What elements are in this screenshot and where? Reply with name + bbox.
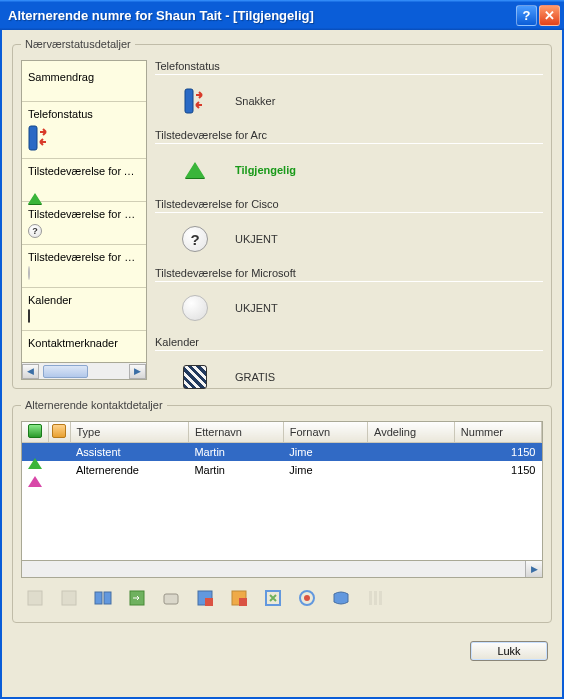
sidebar-item-label: Tilstedeværelse for Arc — [28, 165, 140, 177]
titlebar: Alternerende numre for Shaun Tait - [Til… — [0, 0, 564, 30]
sidebar-item-label: Telefonstatus — [28, 108, 140, 120]
ms-status-value: UKJENT — [235, 302, 278, 314]
presence-details: Telefonstatus Snakker Tilstedeværelse fo… — [155, 60, 543, 380]
action-toolbar — [21, 578, 543, 614]
cell-lastname: Martin — [188, 443, 283, 462]
col-presence-icon[interactable] — [22, 422, 48, 443]
close-dialog-button[interactable]: Lukk — [470, 641, 548, 661]
section-title-arc: Tilstedeværelse for Arc — [155, 129, 543, 144]
cell-dept — [368, 461, 455, 479]
action-button-9[interactable] — [295, 586, 319, 610]
section-title-ms: Tilstedeværelse for Microsoft — [155, 267, 543, 282]
footer: Lukk — [12, 633, 552, 661]
action-button-5[interactable] — [159, 586, 183, 610]
cisco-status-value: UKJENT — [235, 233, 278, 245]
circle-white-icon — [179, 292, 211, 324]
notes-header-icon — [52, 424, 66, 438]
action-button-8[interactable] — [261, 586, 285, 610]
contacts-table: Type Etternavn Fornavn Avdeling Nummer A… — [21, 421, 543, 561]
cell-dept — [368, 443, 455, 462]
action-button-7[interactable] — [227, 586, 251, 610]
phone-status-value: Snakker — [235, 95, 275, 107]
sidebar-scrollbar[interactable]: ◀ ▶ — [21, 363, 147, 380]
triangle-green-icon — [28, 181, 44, 197]
table-header-row: Type Etternavn Fornavn Avdeling Nummer — [22, 422, 542, 443]
scroll-thumb[interactable] — [43, 365, 88, 378]
col-type[interactable]: Type — [70, 422, 188, 443]
svg-rect-1 — [185, 89, 193, 113]
cell-lastname: Martin — [188, 461, 283, 479]
cell-number: 1150 — [454, 443, 541, 462]
sidebar-item-calendar[interactable]: Kalender — [22, 288, 146, 331]
col-dept[interactable]: Avdeling — [368, 422, 455, 443]
col-firstname[interactable]: Fornavn — [283, 422, 367, 443]
section-title-cisco: Tilstedeværelse for Cisco — [155, 198, 543, 213]
cell-firstname: Jime — [283, 443, 367, 462]
svg-rect-17 — [379, 591, 382, 605]
hatch-icon — [28, 310, 44, 326]
scroll-left-icon[interactable]: ◀ — [22, 364, 39, 379]
sidebar-item-label: Kalender — [28, 294, 140, 306]
cell-type: Alternerende — [70, 461, 188, 479]
scroll-track[interactable] — [22, 561, 525, 577]
col-lastname[interactable]: Etternavn — [188, 422, 283, 443]
cell-firstname: Jime — [283, 461, 367, 479]
cell-number: 1150 — [454, 461, 541, 479]
sidebar-item-label: Sammendrag — [28, 71, 140, 83]
action-button-10[interactable] — [329, 586, 353, 610]
cal-status-value: GRATIS — [235, 371, 275, 383]
alternates-group: Alternerende kontaktdetaljer Type Ettern… — [12, 399, 552, 623]
triangle-pink-icon — [28, 464, 42, 487]
sidebar-item-summary[interactable]: Sammendrag — [22, 61, 146, 102]
table-row[interactable]: Alternerende Martin Jime 1150 — [22, 461, 542, 479]
action-button-1[interactable] — [23, 586, 47, 610]
sidebar-item-label: Kontaktmerknader — [28, 337, 140, 349]
phone-icon — [28, 124, 44, 140]
phone-icon — [179, 85, 211, 117]
svg-rect-3 — [62, 591, 76, 605]
table-scrollbar[interactable]: ▶ — [21, 561, 543, 578]
section-title-phone: Telefonstatus — [155, 60, 543, 75]
close-button[interactable]: ✕ — [539, 5, 560, 26]
cell-type: Assistent — [70, 443, 188, 462]
section-title-cal: Kalender — [155, 336, 543, 351]
question-icon: ? — [179, 223, 211, 255]
svg-rect-4 — [95, 592, 102, 604]
sidebar-item-microsoft[interactable]: Tilstedeværelse for Microsoft — [22, 245, 146, 288]
window-body: Nærværstatusdetaljer Sammendrag Telefons… — [0, 30, 564, 699]
action-button-11[interactable] — [363, 586, 387, 610]
sidebar-item-phone[interactable]: Telefonstatus — [22, 102, 146, 159]
presence-group: Nærværstatusdetaljer Sammendrag Telefons… — [12, 38, 552, 389]
action-button-4[interactable] — [125, 586, 149, 610]
alternates-legend: Alternerende kontaktdetaljer — [21, 399, 167, 411]
action-button-2[interactable] — [57, 586, 81, 610]
table-row[interactable]: Assistent Martin Jime 1150 — [22, 443, 542, 462]
col-number[interactable]: Nummer — [454, 422, 541, 443]
help-button[interactable]: ? — [516, 5, 537, 26]
sidebar-item-label: Tilstedeværelse for Microsoft — [28, 251, 140, 263]
sidebar-item-arc[interactable]: Tilstedeværelse for Arc — [22, 159, 146, 202]
action-button-3[interactable] — [91, 586, 115, 610]
svg-rect-7 — [164, 594, 178, 604]
action-button-6[interactable] — [193, 586, 217, 610]
scroll-right-icon[interactable]: ▶ — [129, 364, 146, 379]
arc-status-value: Tilgjengelig — [235, 164, 296, 176]
svg-rect-9 — [205, 598, 213, 606]
hatch-icon — [179, 361, 211, 393]
question-icon: ? — [28, 224, 44, 240]
triangle-green-icon — [179, 154, 211, 186]
svg-rect-2 — [28, 591, 42, 605]
scroll-track[interactable] — [39, 364, 129, 379]
svg-rect-5 — [104, 592, 111, 604]
circle-white-icon — [28, 267, 44, 283]
svg-rect-0 — [29, 126, 37, 150]
scroll-right-icon[interactable]: ▶ — [525, 561, 542, 577]
presence-sidebar: Sammendrag Telefonstatus Tilstedeværelse… — [21, 60, 147, 363]
svg-rect-16 — [374, 591, 377, 605]
col-notes-icon[interactable] — [48, 422, 70, 443]
sidebar-item-label: Tilstedeværelse for Cisco — [28, 208, 140, 220]
presence-legend: Nærværstatusdetaljer — [21, 38, 135, 50]
sidebar-item-cisco[interactable]: Tilstedeværelse for Cisco ? — [22, 202, 146, 245]
presence-header-icon — [28, 424, 42, 438]
sidebar-item-notes[interactable]: Kontaktmerknader — [22, 331, 146, 357]
